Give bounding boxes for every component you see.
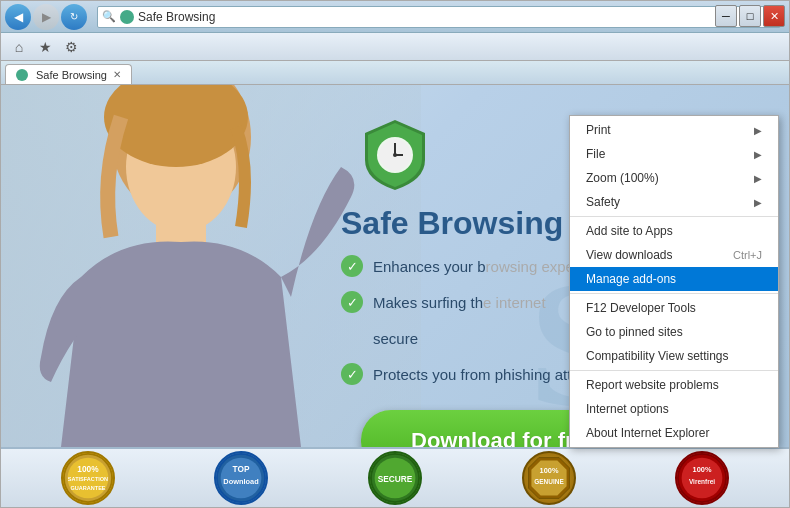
menu-item-label: File [586,147,605,161]
tab-close-icon[interactable]: ✕ [113,69,121,80]
menu-separator [570,293,778,294]
gear-button[interactable]: ⚙ [59,36,83,58]
menu-item[interactable]: View downloadsCtrl+J [570,243,778,267]
menu-item[interactable]: Go to pinned sites [570,320,778,344]
svg-text:GENUINE: GENUINE [534,478,564,485]
menu-item-label: Report website problems [586,378,719,392]
feature-text-3: secure [373,330,418,347]
menu-item[interactable]: File▶ [570,142,778,166]
person-silhouette [21,85,371,447]
menu-item[interactable]: Manage add-ons [570,267,778,291]
favorites-button[interactable]: ★ [33,36,57,58]
minimize-button[interactable]: ─ [715,5,737,27]
forward-button[interactable]: ▶ [33,4,59,30]
menu-item-label: Zoom (100%) [586,171,659,185]
menu-item[interactable]: Safety▶ [570,190,778,214]
home-button[interactable]: ⌂ [7,36,31,58]
svg-text:Virenfrei: Virenfrei [689,478,715,485]
menu-item-label: Safety [586,195,620,209]
badge-genuine: 100% GENUINE [522,451,576,505]
back-button[interactable]: ◀ [5,4,31,30]
svg-text:100%: 100% [77,464,99,474]
menu-arrow-icon: ▶ [754,197,762,208]
svg-text:TOP: TOP [233,464,250,474]
menu-item[interactable]: Print▶ [570,118,778,142]
badge-top-download: TOP Download [214,451,268,505]
menu-item[interactable]: F12 Developer Tools [570,296,778,320]
menu-item-label: F12 Developer Tools [586,301,696,315]
badge-guarantee: 100% SATISFACTION GUARANTEE [61,451,115,505]
context-menu: Print▶File▶Zoom (100%)▶Safety▶Add site t… [569,115,779,448]
active-tab[interactable]: Safe Browsing ✕ [5,64,132,84]
main-heading: Safe Browsing [341,205,563,242]
svg-text:SATISFACTION: SATISFACTION [68,476,108,482]
menu-item-label: Internet options [586,402,669,416]
browser-window: ◀ ▶ ↻ 🔍 Safe Browsing ─ □ ✕ ⌂ ★ ⚙ Safe B… [0,0,790,508]
menu-item[interactable]: Add site to Apps [570,219,778,243]
menu-item[interactable]: Internet options [570,397,778,421]
svg-text:100%: 100% [539,466,558,475]
nav-buttons: ◀ ▶ ↻ [5,4,87,30]
menu-item-label: About Internet Explorer [586,426,709,440]
badge-secure: SECURE [368,451,422,505]
svg-text:SECURE: SECURE [378,474,413,484]
check-icon-4: ✓ [341,363,363,385]
badge-virenfrei: 100% Virenfrei [675,451,729,505]
menu-item-label: Add site to Apps [586,224,673,238]
content-area: SB [1,85,789,507]
menu-item[interactable]: Report website problems [570,373,778,397]
menu-item-label: Print [586,123,611,137]
svg-point-8 [393,153,397,157]
menu-item-label: View downloads [586,248,673,262]
feature-text-2: Makes surfing the internet [373,294,546,311]
menu-item-label: Go to pinned sites [586,325,683,339]
tab-favicon [16,69,28,81]
menu-item[interactable]: Compatibility View settings [570,344,778,368]
address-text: Safe Browsing [138,10,776,24]
address-bar[interactable]: 🔍 Safe Browsing [97,6,781,28]
close-button[interactable]: ✕ [763,5,785,27]
check-icon-2: ✓ [341,291,363,313]
title-bar: ◀ ▶ ↻ 🔍 Safe Browsing ─ □ ✕ [1,1,789,33]
menu-arrow-icon: ▶ [754,125,762,136]
menu-item-label: Manage add-ons [586,272,676,286]
refresh-button[interactable]: ↻ [61,4,87,30]
check-icon-1: ✓ [341,255,363,277]
tab-bar: Safe Browsing ✕ [1,61,789,85]
menu-separator [570,216,778,217]
svg-text:100%: 100% [693,465,712,474]
menu-item-label: Compatibility View settings [586,349,729,363]
badges-bar: 100% SATISFACTION GUARANTEE TOP Download [1,447,789,507]
shield-logo [360,115,430,195]
window-controls: ─ □ ✕ [715,5,785,27]
menu-separator [570,370,778,371]
webpage: SB [1,85,789,507]
feature-text-4: Protects you from phishing attacts [373,366,599,383]
menu-arrow-icon: ▶ [754,173,762,184]
maximize-button[interactable]: □ [739,5,761,27]
svg-text:Download: Download [224,477,260,486]
site-favicon [120,10,134,24]
svg-text:GUARANTEE: GUARANTEE [70,485,105,491]
tab-label: Safe Browsing [36,69,107,81]
menu-arrow-icon: ▶ [754,149,762,160]
menu-item[interactable]: About Internet Explorer [570,421,778,445]
menu-item-shortcut: Ctrl+J [733,249,762,261]
toolbar: ⌂ ★ ⚙ [1,33,789,61]
menu-item[interactable]: Zoom (100%)▶ [570,166,778,190]
search-icon: 🔍 [102,10,116,23]
